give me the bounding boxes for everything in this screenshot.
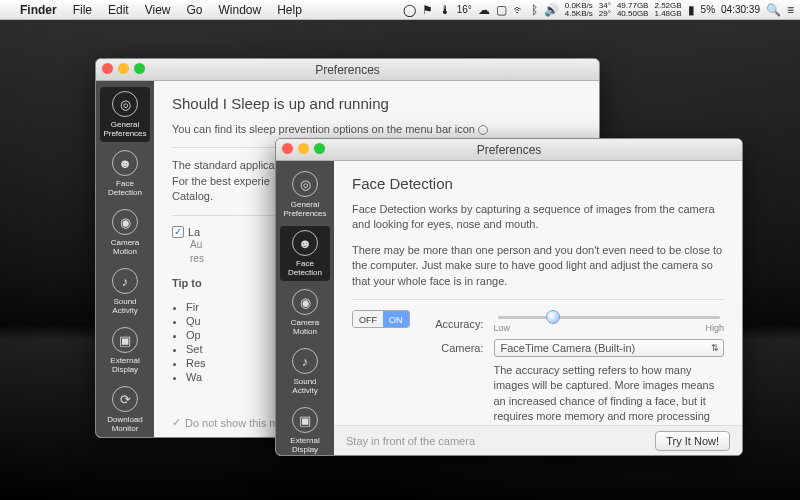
toggle-off-label[interactable]: OFF (353, 311, 383, 327)
pane-heading: Face Detection (352, 175, 724, 192)
netspeed-readout: 0.0KB/s 4.5KB/s (565, 2, 593, 18)
volume-icon[interactable]: 🔊 (544, 3, 559, 17)
checkbox-icon[interactable]: ✓ (172, 416, 181, 429)
wifi-icon[interactable]: ᯤ (513, 3, 525, 17)
slider-low-label: Low (494, 323, 511, 333)
bluetooth-icon[interactable]: ᛒ (531, 3, 538, 17)
sidebar-item-label: Face Detection (280, 259, 330, 277)
thermometer-icon[interactable]: 🌡 (439, 3, 451, 17)
sidebar-item-general-preferences[interactable]: ◎General Preferences (280, 167, 330, 222)
camera-select[interactable]: FaceTime Camera (Built-in) (494, 339, 725, 357)
sidebar-item-label: Face Detection (100, 179, 150, 197)
pane-description-1: Face Detection works by capturing a sequ… (352, 202, 724, 233)
pane-footer: Stay in front of the camera Try It Now! (334, 425, 742, 455)
titlebar[interactable]: Preferences (276, 139, 742, 161)
menu-view[interactable]: View (139, 3, 177, 17)
face-detection-icon: ☻ (292, 230, 318, 256)
sidebar-item-external-display[interactable]: ▣External Display (100, 323, 150, 378)
menubar-status-area: ◯ ⚑ 🌡 16° ☁ ▢ ᯤ ᛒ 🔊 0.0KB/s 4.5KB/s 34° … (403, 2, 794, 18)
checkbox-icon[interactable]: ✓ (172, 226, 184, 238)
do-not-show-checkbox[interactable]: ✓ Do not show this mes (172, 416, 290, 429)
sound-activity-icon: ♪ (292, 348, 318, 374)
face-detection-icon: ☻ (112, 150, 138, 176)
sidebar-item-sound-activity[interactable]: ♪Sound Activity (280, 344, 330, 399)
preferences-pane-face-detection: Face Detection Face Detection works by c… (334, 161, 742, 455)
menubar-hint-icon (478, 125, 488, 135)
sidebar-item-label: General Preferences (280, 200, 330, 218)
cloud-icon: ☁ (478, 3, 490, 17)
macos-menubar: Finder File Edit View Go Window Help ◯ ⚑… (0, 0, 800, 20)
traffic-lights[interactable] (282, 143, 325, 154)
menubar-status-icon[interactable]: ◯ (403, 3, 416, 17)
menu-window[interactable]: Window (213, 3, 268, 17)
zoom-icon[interactable] (314, 143, 325, 154)
menubar-flag-icon[interactable]: ⚑ (422, 3, 433, 17)
download-monitor-icon: ⟳ (112, 386, 138, 412)
enable-toggle[interactable]: OFF ON (352, 310, 410, 328)
slider-high-label: High (705, 323, 724, 333)
camera-motion-icon: ◉ (292, 289, 318, 315)
external-display-icon: ▣ (292, 407, 318, 433)
close-icon[interactable] (102, 63, 113, 74)
sidebar-item-face-detection[interactable]: ☻Face Detection (280, 226, 330, 281)
app-menu[interactable]: Finder (14, 3, 63, 17)
minimize-icon[interactable] (298, 143, 309, 154)
external-display-icon: ▣ (112, 327, 138, 353)
pane-subtext: You can find its sleep prevention option… (172, 122, 581, 137)
pane-description-2: There may be more than one person and yo… (352, 243, 724, 289)
sidebar-item-camera-motion[interactable]: ◉Camera Motion (100, 205, 150, 260)
zoom-icon[interactable] (134, 63, 145, 74)
menu-edit[interactable]: Edit (102, 3, 135, 17)
battery-icon[interactable]: ▮ (688, 3, 695, 17)
sidebar-item-label: General Preferences (100, 120, 150, 138)
notification-center-icon[interactable]: ≡ (787, 3, 794, 17)
titlebar[interactable]: Preferences (96, 59, 599, 81)
memory-readout: 2.52GB 1.48GB (654, 2, 681, 18)
window-title: Preferences (477, 143, 542, 157)
preferences-sidebar: ◎General Preferences☻Face Detection◉Came… (96, 81, 154, 437)
sidebar-item-label: Camera Motion (280, 318, 330, 336)
sidebar-item-sound-activity[interactable]: ♪Sound Activity (100, 264, 150, 319)
window-title: Preferences (315, 63, 380, 77)
sidebar-item-label: Sound Activity (280, 377, 330, 395)
sidebar-item-camera-motion[interactable]: ◉Camera Motion (280, 285, 330, 340)
disk-readout: 49.77GB 40.50GB (617, 2, 649, 18)
sidebar-item-general-preferences[interactable]: ◎General Preferences (100, 87, 150, 142)
close-icon[interactable] (282, 143, 293, 154)
general-preferences-icon: ◎ (292, 171, 318, 197)
sidebar-item-download-monitor[interactable]: ⟳Download Monitor (100, 382, 150, 437)
sidebar-item-face-detection[interactable]: ☻Face Detection (100, 146, 150, 201)
camera-label: Camera: (424, 342, 484, 354)
footer-hint: Stay in front of the camera (346, 435, 475, 447)
menu-help[interactable]: Help (271, 3, 308, 17)
preferences-window-front: Preferences ◎General Preferences☻Face De… (275, 138, 743, 456)
preferences-sidebar: ◎General Preferences☻Face Detection◉Came… (276, 161, 334, 455)
sidebar-item-label: External Display (280, 436, 330, 454)
menubar-clock[interactable]: 04:30:39 (721, 4, 760, 15)
display-icon[interactable]: ▢ (496, 3, 507, 17)
cpu-temp-readout: 34° 29° (599, 2, 611, 18)
sound-activity-icon: ♪ (112, 268, 138, 294)
traffic-lights[interactable] (102, 63, 145, 74)
accuracy-slider[interactable]: Low High (494, 316, 725, 333)
sidebar-item-external-display[interactable]: ▣External Display (280, 403, 330, 456)
menu-file[interactable]: File (67, 3, 98, 17)
camera-motion-icon: ◉ (112, 209, 138, 235)
spotlight-icon[interactable]: 🔍 (766, 3, 781, 17)
pane-heading: Should I Sleep is up and running (172, 95, 581, 112)
weather-temp: 16° (457, 4, 472, 15)
accuracy-label: Accuracy: (424, 318, 484, 330)
menu-go[interactable]: Go (181, 3, 209, 17)
sidebar-item-label: External Display (100, 356, 150, 374)
sidebar-item-label: Download Monitor (100, 415, 150, 433)
toggle-on-label[interactable]: ON (383, 311, 409, 327)
sidebar-item-label: Sound Activity (100, 297, 150, 315)
battery-percent: 5% (701, 4, 715, 15)
general-preferences-icon: ◎ (112, 91, 138, 117)
sidebar-item-label: Camera Motion (100, 238, 150, 256)
minimize-icon[interactable] (118, 63, 129, 74)
try-it-now-button[interactable]: Try It Now! (655, 431, 730, 451)
